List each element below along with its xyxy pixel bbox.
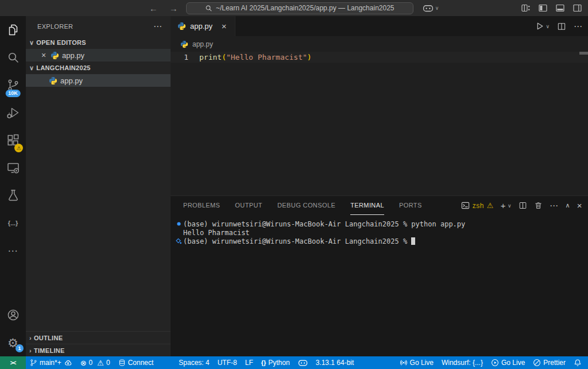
- play-icon: [535, 21, 544, 31]
- extensions-warning-badge: ⚠: [14, 144, 23, 152]
- code-line-1: 1 print ( "Hello Pharmacist" ): [171, 52, 588, 63]
- tree-item-apppy[interactable]: app.py: [26, 74, 171, 87]
- history-back-button[interactable]: ←: [149, 3, 158, 13]
- warning-icon: ⚠: [487, 201, 494, 210]
- code-token-paren: (: [222, 53, 226, 62]
- split-editor-icon[interactable]: [557, 22, 566, 31]
- activity-source-control-button[interactable]: 10K: [0, 71, 26, 99]
- connect-item[interactable]: Connect: [114, 356, 158, 369]
- open-editor-item-apppy[interactable]: × app.py: [26, 49, 171, 62]
- go-live-play-item[interactable]: Go Live: [487, 356, 529, 369]
- code-token-paren: ): [307, 53, 312, 62]
- editor-more-actions-button[interactable]: ⋯: [574, 22, 582, 30]
- go-live-broadcast-item[interactable]: Go Live: [396, 356, 438, 369]
- activity-bar: 10K ⚠ {...} ⋯: [0, 16, 26, 356]
- encoding-item[interactable]: UTF-8: [214, 356, 241, 369]
- activity-explorer-button[interactable]: [0, 16, 26, 44]
- customize-layout-icon[interactable]: [521, 3, 531, 13]
- panel-tab-debug-console[interactable]: DEBUG CONSOLE: [277, 196, 335, 215]
- prompt-diamond-icon: [175, 237, 183, 245]
- prettier-label: Prettier: [543, 359, 566, 367]
- activity-snippets-button[interactable]: {...}: [0, 209, 26, 237]
- panel-tab-ports[interactable]: PORTS: [399, 196, 422, 215]
- settings-button[interactable]: ⚙ 1: [0, 329, 26, 356]
- indentation-item[interactable]: Spaces: 4: [175, 356, 213, 369]
- prettier-item[interactable]: Prettier: [529, 356, 570, 369]
- workspace-label: LANGCHAIN2025: [36, 64, 90, 71]
- toggle-panel-icon[interactable]: [555, 3, 565, 13]
- panel-tab-bar: PROBLEMS OUTPUT DEBUG CONSOLE TERMINAL P…: [171, 196, 588, 215]
- python-file-icon: [49, 76, 57, 85]
- panel-tab-problems[interactable]: PROBLEMS: [183, 196, 220, 215]
- account-button[interactable]: [0, 301, 26, 329]
- eol-item[interactable]: LF: [241, 356, 257, 369]
- remote-indicator[interactable]: ><: [0, 356, 26, 369]
- remote-explorer-icon: [6, 161, 20, 175]
- explorer-sidebar: EXPLORER ⋯ ∨ OPEN EDITORS × app.py ∨ LAN…: [26, 16, 171, 356]
- chevron-down-icon[interactable]: ∨: [546, 24, 550, 29]
- activity-more-button[interactable]: ⋯: [0, 237, 26, 264]
- toggle-sidebar-right-icon[interactable]: [572, 3, 582, 13]
- status-bar: >< main*+ ⊗ 0 ⚠ 0 Connect Spaces: 4 UTF-…: [0, 356, 588, 369]
- panel-more-actions-button[interactable]: ⋯: [550, 201, 558, 210]
- activity-search-button[interactable]: [0, 44, 26, 71]
- chevron-down-icon: ∨: [435, 5, 439, 11]
- activity-testing-button[interactable]: [0, 182, 26, 209]
- close-panel-icon[interactable]: ×: [577, 201, 582, 210]
- close-editor-icon[interactable]: ×: [40, 51, 48, 60]
- terminal-shell-item[interactable]: zsh ⚠: [461, 201, 494, 210]
- copilot-menu-button[interactable]: ∨: [423, 3, 439, 13]
- toggle-sidebar-left-icon[interactable]: [538, 3, 548, 13]
- search-icon: [205, 5, 212, 12]
- close-tab-icon[interactable]: ×: [220, 21, 228, 31]
- publish-cloud-icon: [64, 359, 72, 367]
- explorer-more-actions-button[interactable]: ⋯: [153, 21, 163, 32]
- timeline-section-header[interactable]: › TIMELINE: [26, 344, 171, 356]
- branch-label: main*+: [40, 359, 61, 367]
- remote-icon: ><: [10, 360, 16, 366]
- connect-label: Connect: [128, 359, 154, 367]
- workspace-section-header[interactable]: ∨ LANGCHAIN2025: [26, 62, 171, 74]
- open-editors-section-header[interactable]: ∨ OPEN EDITORS: [26, 36, 171, 49]
- history-forward-button[interactable]: →: [169, 3, 178, 13]
- open-editor-file-label: app.py: [62, 51, 84, 60]
- copilot-status-item[interactable]: [294, 356, 312, 369]
- breadcrumb[interactable]: app.py: [171, 36, 588, 52]
- bell-icon: [574, 359, 582, 367]
- python-file-icon: [177, 22, 186, 30]
- panel-tab-output[interactable]: OUTPUT: [235, 196, 262, 215]
- chevron-right-icon: ›: [29, 347, 32, 354]
- slash-circle-icon: [533, 359, 541, 367]
- shell-label: zsh: [473, 202, 484, 210]
- editor-scrollbar[interactable]: [579, 52, 588, 55]
- chevron-right-icon: ›: [29, 335, 32, 341]
- kill-terminal-trash-icon[interactable]: [534, 201, 543, 210]
- chevron-down-icon[interactable]: ∨: [508, 203, 512, 209]
- windsurf-item[interactable]: Windsurf: {...}: [438, 356, 487, 369]
- terminal-output[interactable]: (base) wirunwetsiri@Wiruns-MacBook-Air L…: [171, 215, 588, 245]
- language-mode-item[interactable]: {} Python: [257, 356, 294, 369]
- git-branch-item[interactable]: main*+: [26, 356, 76, 369]
- problems-item[interactable]: ⊗ 0 ⚠ 0: [76, 356, 114, 369]
- go-live-label: Go Live: [410, 359, 434, 367]
- command-center-search[interactable]: ~/Learn AI 2025/Langchain2025/app.py — L…: [186, 2, 413, 14]
- maximize-panel-icon[interactable]: ∧: [565, 202, 570, 209]
- new-terminal-button[interactable]: + ∨: [501, 201, 512, 210]
- braces-icon: {...}: [8, 220, 18, 226]
- run-python-file-button[interactable]: ∨: [535, 21, 550, 31]
- notifications-item[interactable]: [570, 356, 586, 369]
- code-editor[interactable]: 1 print ( "Hello Pharmacist" ): [171, 52, 588, 63]
- outline-section-header[interactable]: › OUTLINE: [26, 331, 171, 344]
- tree-item-file-label: app.py: [60, 76, 83, 85]
- python-interpreter-item[interactable]: 3.13.1 64-bit: [312, 356, 358, 369]
- activity-extensions-button[interactable]: ⚠: [0, 126, 26, 154]
- bottom-panel: PROBLEMS OUTPUT DEBUG CONSOLE TERMINAL P…: [171, 195, 588, 356]
- panel-tab-terminal[interactable]: TERMINAL: [350, 196, 384, 215]
- copilot-icon: [298, 359, 308, 367]
- split-terminal-icon[interactable]: [519, 201, 527, 210]
- editor-tab-apppy[interactable]: app.py ×: [171, 16, 235, 36]
- chevron-down-icon: ∨: [29, 39, 34, 47]
- sidebar-title: EXPLORER: [37, 23, 73, 30]
- activity-remote-explorer-button[interactable]: [0, 154, 26, 182]
- activity-run-debug-button[interactable]: [0, 99, 26, 126]
